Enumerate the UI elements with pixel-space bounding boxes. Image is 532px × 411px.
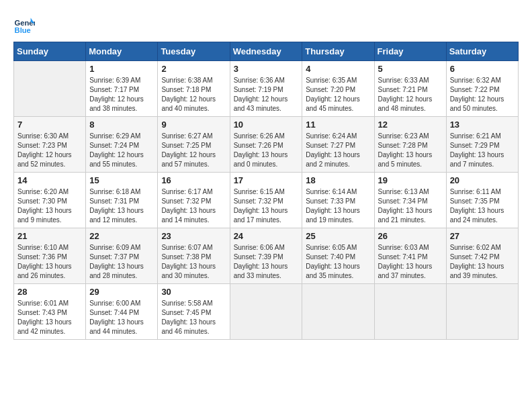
calendar-day-cell: 21Sunrise: 6:10 AMSunset: 7:36 PMDayligh… <box>14 228 86 284</box>
day-info: Sunrise: 6:09 AMSunset: 7:37 PMDaylight:… <box>89 243 154 281</box>
calendar-day-cell <box>374 284 446 340</box>
day-number: 24 <box>234 231 299 241</box>
day-info: Sunrise: 6:10 AMSunset: 7:36 PMDaylight:… <box>17 243 82 281</box>
calendar-day-cell: 30Sunrise: 5:58 AMSunset: 7:45 PMDayligh… <box>158 284 230 340</box>
day-number: 21 <box>17 231 82 241</box>
calendar-body: 1Sunrise: 6:39 AMSunset: 7:17 PMDaylight… <box>14 61 519 340</box>
calendar-week-row: 7Sunrise: 6:30 AMSunset: 7:23 PMDaylight… <box>14 117 519 173</box>
calendar-day-cell: 25Sunrise: 6:05 AMSunset: 7:40 PMDayligh… <box>302 228 374 284</box>
weekday-header-cell: Sunday <box>14 42 86 61</box>
day-number: 22 <box>89 231 154 241</box>
day-number: 11 <box>306 120 370 130</box>
day-number: 13 <box>450 120 515 130</box>
day-info: Sunrise: 6:05 AMSunset: 7:40 PMDaylight:… <box>306 243 370 281</box>
calendar-week-row: 28Sunrise: 6:01 AMSunset: 7:43 PMDayligh… <box>14 284 519 340</box>
calendar-day-cell: 12Sunrise: 6:23 AMSunset: 7:28 PMDayligh… <box>374 117 446 173</box>
day-info: Sunrise: 6:36 AMSunset: 7:19 PMDaylight:… <box>234 76 299 113</box>
day-info: Sunrise: 6:14 AMSunset: 7:33 PMDaylight:… <box>306 187 370 225</box>
day-number: 7 <box>17 120 82 130</box>
calendar-day-cell <box>302 284 374 340</box>
day-number: 26 <box>378 231 443 241</box>
day-info: Sunrise: 6:03 AMSunset: 7:41 PMDaylight:… <box>378 243 443 281</box>
day-info: Sunrise: 6:18 AMSunset: 7:31 PMDaylight:… <box>89 187 154 225</box>
weekday-header-cell: Saturday <box>446 42 518 61</box>
day-info: Sunrise: 6:24 AMSunset: 7:27 PMDaylight:… <box>306 132 370 169</box>
calendar-day-cell: 13Sunrise: 6:21 AMSunset: 7:29 PMDayligh… <box>446 117 518 173</box>
day-number: 19 <box>378 175 443 185</box>
day-number: 23 <box>161 231 226 241</box>
day-info: Sunrise: 6:21 AMSunset: 7:29 PMDaylight:… <box>450 132 515 169</box>
day-number: 10 <box>234 120 299 130</box>
day-info: Sunrise: 6:29 AMSunset: 7:24 PMDaylight:… <box>89 132 154 169</box>
day-info: Sunrise: 6:32 AMSunset: 7:22 PMDaylight:… <box>450 76 515 113</box>
calendar-day-cell: 8Sunrise: 6:29 AMSunset: 7:24 PMDaylight… <box>86 117 158 173</box>
weekday-header-cell: Thursday <box>302 42 374 61</box>
day-number: 27 <box>450 231 515 241</box>
day-number: 25 <box>306 231 370 241</box>
calendar-day-cell: 19Sunrise: 6:13 AMSunset: 7:34 PMDayligh… <box>374 173 446 228</box>
day-info: Sunrise: 6:30 AMSunset: 7:23 PMDaylight:… <box>17 132 82 169</box>
calendar-day-cell: 29Sunrise: 6:00 AMSunset: 7:44 PMDayligh… <box>86 284 158 340</box>
calendar-day-cell: 1Sunrise: 6:39 AMSunset: 7:17 PMDaylight… <box>86 61 158 117</box>
calendar-day-cell: 11Sunrise: 6:24 AMSunset: 7:27 PMDayligh… <box>302 117 374 173</box>
day-number: 17 <box>234 175 299 185</box>
day-number: 4 <box>306 64 370 74</box>
calendar-day-cell: 27Sunrise: 6:02 AMSunset: 7:42 PMDayligh… <box>446 228 518 284</box>
day-info: Sunrise: 6:06 AMSunset: 7:39 PMDaylight:… <box>234 243 299 281</box>
day-number: 5 <box>378 64 443 74</box>
calendar-day-cell: 7Sunrise: 6:30 AMSunset: 7:23 PMDaylight… <box>14 117 86 173</box>
day-number: 28 <box>17 287 82 297</box>
calendar-day-cell: 2Sunrise: 6:38 AMSunset: 7:18 PMDaylight… <box>158 61 230 117</box>
calendar-day-cell: 28Sunrise: 6:01 AMSunset: 7:43 PMDayligh… <box>14 284 86 340</box>
day-info: Sunrise: 6:17 AMSunset: 7:32 PMDaylight:… <box>161 187 226 225</box>
day-info: Sunrise: 6:11 AMSunset: 7:35 PMDaylight:… <box>450 187 515 225</box>
weekday-header-cell: Monday <box>86 42 158 61</box>
day-number: 30 <box>161 287 226 297</box>
day-number: 18 <box>306 175 370 185</box>
calendar-day-cell: 3Sunrise: 6:36 AMSunset: 7:19 PMDaylight… <box>230 61 302 117</box>
calendar-week-row: 14Sunrise: 6:20 AMSunset: 7:30 PMDayligh… <box>14 173 519 228</box>
weekday-header-cell: Friday <box>374 42 446 61</box>
day-number: 1 <box>89 64 154 74</box>
day-info: Sunrise: 6:39 AMSunset: 7:17 PMDaylight:… <box>89 76 154 113</box>
page-header: General Blue <box>13 13 519 35</box>
day-info: Sunrise: 6:26 AMSunset: 7:26 PMDaylight:… <box>234 132 299 169</box>
calendar-day-cell: 17Sunrise: 6:15 AMSunset: 7:32 PMDayligh… <box>230 173 302 228</box>
calendar-day-cell: 24Sunrise: 6:06 AMSunset: 7:39 PMDayligh… <box>230 228 302 284</box>
day-number: 14 <box>17 175 82 185</box>
day-info: Sunrise: 6:20 AMSunset: 7:30 PMDaylight:… <box>17 187 82 225</box>
day-number: 2 <box>161 64 226 74</box>
svg-text:Blue: Blue <box>15 26 31 34</box>
day-info: Sunrise: 6:35 AMSunset: 7:20 PMDaylight:… <box>306 76 370 113</box>
calendar-day-cell: 5Sunrise: 6:33 AMSunset: 7:21 PMDaylight… <box>374 61 446 117</box>
day-number: 20 <box>450 175 515 185</box>
calendar-day-cell <box>446 284 518 340</box>
weekday-header-cell: Tuesday <box>158 42 230 61</box>
day-info: Sunrise: 6:27 AMSunset: 7:25 PMDaylight:… <box>161 132 226 169</box>
calendar-day-cell: 20Sunrise: 6:11 AMSunset: 7:35 PMDayligh… <box>446 173 518 228</box>
day-number: 12 <box>378 120 443 130</box>
logo-icon: General Blue <box>13 13 35 35</box>
day-number: 16 <box>161 175 226 185</box>
calendar-day-cell: 26Sunrise: 6:03 AMSunset: 7:41 PMDayligh… <box>374 228 446 284</box>
weekday-header-row: SundayMondayTuesdayWednesdayThursdayFrid… <box>14 42 519 61</box>
day-info: Sunrise: 6:00 AMSunset: 7:44 PMDaylight:… <box>89 299 154 336</box>
day-info: Sunrise: 6:33 AMSunset: 7:21 PMDaylight:… <box>378 76 443 113</box>
day-number: 3 <box>234 64 299 74</box>
calendar-day-cell: 22Sunrise: 6:09 AMSunset: 7:37 PMDayligh… <box>86 228 158 284</box>
calendar-day-cell <box>14 61 86 117</box>
day-number: 15 <box>89 175 154 185</box>
calendar-table: SundayMondayTuesdayWednesdayThursdayFrid… <box>13 42 519 340</box>
day-number: 9 <box>161 120 226 130</box>
calendar-day-cell: 18Sunrise: 6:14 AMSunset: 7:33 PMDayligh… <box>302 173 374 228</box>
calendar-day-cell: 4Sunrise: 6:35 AMSunset: 7:20 PMDaylight… <box>302 61 374 117</box>
day-number: 8 <box>89 120 154 130</box>
calendar-day-cell: 16Sunrise: 6:17 AMSunset: 7:32 PMDayligh… <box>158 173 230 228</box>
calendar-day-cell: 14Sunrise: 6:20 AMSunset: 7:30 PMDayligh… <box>14 173 86 228</box>
day-number: 6 <box>450 64 515 74</box>
calendar-day-cell: 10Sunrise: 6:26 AMSunset: 7:26 PMDayligh… <box>230 117 302 173</box>
calendar-day-cell: 9Sunrise: 6:27 AMSunset: 7:25 PMDaylight… <box>158 117 230 173</box>
calendar-day-cell: 23Sunrise: 6:07 AMSunset: 7:38 PMDayligh… <box>158 228 230 284</box>
logo: General Blue <box>13 13 35 35</box>
day-info: Sunrise: 6:02 AMSunset: 7:42 PMDaylight:… <box>450 243 515 281</box>
